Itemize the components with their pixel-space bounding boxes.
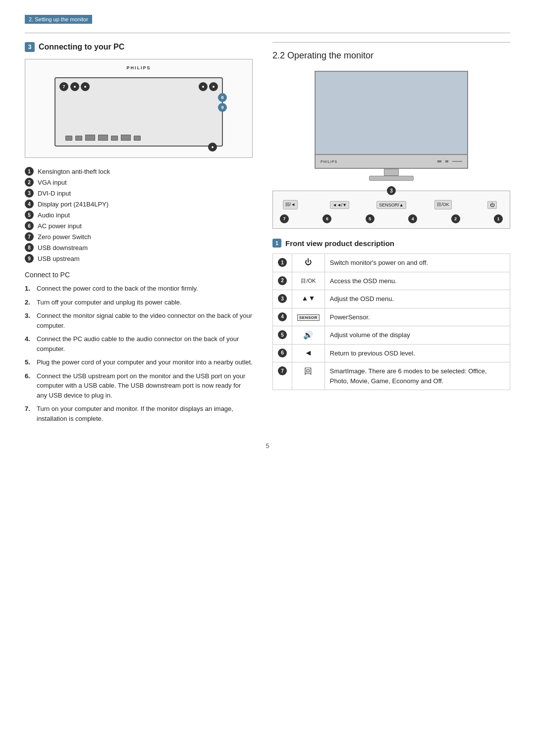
- ctrl-item-4: 目/OK: [430, 200, 455, 209]
- ctrl-num-5: 5: [366, 214, 374, 223]
- ctrl-num-7: 7: [280, 214, 289, 223]
- callout-right: ● ●: [199, 82, 218, 91]
- ctrl-num-6: 6: [322, 214, 331, 223]
- section-3-title: Connecting to your PC: [39, 43, 124, 51]
- volume-icon: 🔊: [303, 331, 313, 339]
- port-1: [65, 136, 72, 141]
- monitor-bezel-bottom: PHILIPS: [315, 155, 468, 169]
- right-divider: [272, 42, 510, 43]
- list-item: 9 USB upstream: [25, 254, 253, 263]
- row-3-desc: Adjust the OSD menu.: [324, 290, 510, 308]
- table-row: 4 SENSOR PowerSensor.: [273, 308, 510, 326]
- table-row: 3 ▲▼ Adjust the OSD menu.: [273, 290, 510, 308]
- page: 2. Setting up the monitor 3 Connecting t…: [0, 0, 535, 756]
- controls-number-row: 7 6 5 4 2 1: [278, 211, 505, 223]
- list-item: 3. Connect the monitor signal cable to t…: [25, 311, 253, 330]
- indicator-3: [452, 161, 462, 162]
- ctrl-num-2: 2: [451, 214, 460, 223]
- list-item: 6. Connect the USB upstream port on the …: [25, 371, 253, 401]
- list-item: 1 Kensington anti-theft lock: [25, 167, 253, 176]
- row-6-num: 6: [273, 344, 292, 362]
- operating-title: 2.2 Operating the monitor: [272, 50, 510, 63]
- port-3: [85, 135, 95, 141]
- indicator-1: [437, 160, 441, 162]
- row-1-num: 1: [273, 254, 292, 272]
- row-3-icon: ▲▼: [292, 290, 325, 308]
- list-item: 8 USB downstream: [25, 243, 253, 252]
- ok-icon: 目/OK: [301, 278, 316, 284]
- table-row: 2 目/OK Access the OSD menu.: [273, 272, 510, 290]
- callout-9: 9: [218, 103, 227, 112]
- right-column: 2.2 Operating the monitor PHILIPS: [272, 42, 510, 390]
- ctrl-item-5: ⏻: [480, 201, 505, 209]
- ctrl-icon-smartimage: 回/◄: [283, 200, 298, 209]
- row-7-num: 7: [273, 362, 292, 390]
- breadcrumb: 2. Setting up the monitor: [25, 15, 92, 24]
- steps-list: 1. Connect the power cord to the back of…: [25, 284, 253, 423]
- controls-illustration: 3 回/◄ ◄◄/▼ SENSOR/▲ 目/OK ⏻: [272, 191, 510, 229]
- list-item: 4. Connect the PC audio cable to the aud…: [25, 334, 253, 353]
- list-item: 3 DVI-D input: [25, 189, 253, 198]
- row-2-desc: Access the OSD menu.: [324, 272, 510, 290]
- list-item: 2 VGA input: [25, 178, 253, 187]
- monitor-stand-base: [369, 176, 414, 181]
- port-6: [121, 135, 131, 141]
- connect-title: Connect to PC: [25, 271, 253, 279]
- controls-icons-row: 回/◄ ◄◄/▼ SENSOR/▲ 目/OK ⏻: [278, 198, 505, 211]
- ctrl-icon-sensor: SENSOR/▲: [376, 201, 406, 209]
- list-item: 7 Zero power Switch: [25, 232, 253, 241]
- top-divider: [25, 33, 510, 33]
- ctrl-icon-nav: ◄◄/▼: [330, 201, 349, 209]
- row-4-num: 4: [273, 308, 292, 326]
- row-4-desc: PowerSensor.: [324, 308, 510, 326]
- table-row: 7 回 SmartImage. There are 6 modes to be …: [273, 362, 510, 390]
- monitor-screen: [315, 71, 468, 155]
- row-5-num: 5: [273, 326, 292, 345]
- monitor-screen-inner: [316, 72, 467, 154]
- monitor-front-wrap: PHILIPS: [315, 71, 468, 181]
- power-icon: ⏻: [305, 258, 312, 266]
- monitor-logo: PHILIPS: [321, 160, 337, 163]
- philips-label: PHILIPS: [33, 65, 244, 70]
- monitor-front-container: PHILIPS: [272, 71, 510, 181]
- list-item: 5 Audio input: [25, 210, 253, 219]
- row-7-icon: 回: [292, 362, 325, 390]
- port-list: 1 Kensington anti-theft lock 2 VGA input…: [25, 167, 253, 263]
- monitor-back-body: 7 ● ● ● ● 8: [54, 77, 223, 147]
- ctrl-icon-ok: 目/OK: [434, 200, 452, 209]
- port-5: [111, 136, 118, 141]
- list-item: 5. Plug the power cord of your computer …: [25, 357, 253, 367]
- monitor-stand-neck: [384, 169, 399, 176]
- row-3-num: 3: [273, 290, 292, 308]
- main-content: 3 Connecting to your PC PHILIPS: [25, 42, 510, 427]
- monitor-diagram: PHILIPS: [25, 59, 253, 158]
- list-item: 7. Turn on your computer and monitor. If…: [25, 404, 253, 423]
- row-5-icon: 🔊: [292, 326, 325, 345]
- row-2-num: 2: [273, 272, 292, 290]
- row-6-desc: Return to previous OSD level.: [324, 344, 510, 362]
- bezel-indicators: [437, 160, 462, 162]
- port-4: [98, 135, 108, 141]
- front-view-badge: 1: [272, 239, 281, 248]
- ports-area: [65, 135, 141, 141]
- row-4-icon: SENSOR: [292, 308, 325, 326]
- ctrl-item-2: ◄◄/▼: [327, 201, 352, 209]
- controls-badge-3: 3: [387, 186, 396, 195]
- table-row: 6 ◄ Return to previous OSD level.: [273, 344, 510, 362]
- row-7-desc: SmartImage. There are 6 modes to be sele…: [324, 362, 510, 390]
- row-5-desc: Adjust volume of the display: [324, 326, 510, 345]
- section-3-badge: 3: [25, 42, 35, 52]
- front-view-title: Front view product description: [285, 239, 394, 248]
- callout-1: 7: [59, 82, 68, 91]
- table-row: 1 ⏻ Switch monitor's power on and off.: [273, 254, 510, 272]
- row-2-icon: 目/OK: [292, 272, 325, 290]
- list-item: 2. Turn off your computer and unplug its…: [25, 298, 253, 307]
- callout-ports-row: ● ●: [70, 82, 90, 91]
- row-1-desc: Switch monitor's power on and off.: [324, 254, 510, 272]
- left-column: 3 Connecting to your PC PHILIPS: [25, 42, 253, 427]
- list-item: 4 Display port (241B4LPY): [25, 200, 253, 208]
- indicator-2: [445, 160, 448, 162]
- ctrl-item-1: 回/◄: [278, 200, 303, 209]
- smartimage-icon: 回: [304, 367, 312, 375]
- front-view-header: 1 Front view product description: [272, 239, 510, 248]
